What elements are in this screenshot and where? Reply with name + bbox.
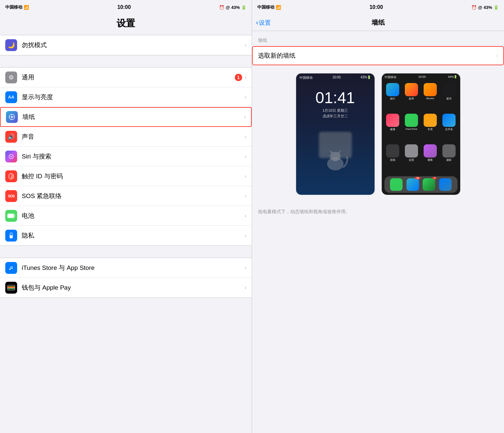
general-label: 通用 (22, 73, 235, 82)
section-gap-3 (0, 298, 252, 310)
carrier-left: 中国移动 (5, 4, 22, 10)
settings-item-sound[interactable]: 🔊 声音 › (0, 127, 252, 147)
right-panel: 中国移动 📶 10:00 ⏰ @ 43% 🔋 ‹ 设置 墙纸 墙纸 选取新的墙纸… (252, 0, 504, 433)
left-status-left: 中国移动 📶 (5, 4, 29, 10)
settings-icon-img (405, 144, 418, 158)
settings-item-wallpaper[interactable]: 墙纸 › (0, 107, 252, 127)
files-icon-img (442, 114, 456, 127)
lock-battery: 43%🔋 (360, 75, 371, 80)
display-label: 显示与亮度 (22, 93, 245, 101)
lock-time-display: 01:41 (315, 89, 355, 107)
general-badge: 1 (235, 74, 242, 81)
svg-point-1 (11, 116, 13, 118)
siri-icon (5, 151, 17, 162)
lock-screen-preview[interactable]: 中国移动 10:00 43%🔋 01:41 1月10日 星期三 戊戌年三月廿二 (296, 73, 375, 195)
wallet-label: 钱包与 Apple Pay (22, 283, 245, 292)
touchid-icon (5, 170, 17, 182)
display-icon: AA (5, 91, 17, 103)
lock-screen-mock: 中国移动 10:00 43%🔋 01:41 1月10日 星期三 戊戌年三月廿二 (296, 73, 375, 195)
settings-item-touchid[interactable]: 触控 ID 与密码 › (0, 166, 252, 186)
files-label: 文件夹 (445, 128, 453, 131)
app-game: 游戏 (384, 144, 401, 173)
left-panel: 中国移动 📶 10:00 ⏰ @ 43% 🔋 设置 🌙 勿扰模式 › ⚙ (0, 0, 252, 433)
camera-icon-img (442, 144, 456, 158)
home-battery: 43%🔋 (448, 75, 457, 79)
settings-item-display[interactable]: AA 显示与亮度 › (0, 87, 252, 107)
sos-icon: SOS (5, 190, 17, 202)
sos-chevron: › (245, 193, 246, 199)
message-badge: 70 (415, 177, 420, 179)
game-label: 游戏 (390, 158, 395, 162)
home-screen-preview[interactable]: 中国移动 10:00 43%🔋 旅行 效率 (381, 73, 461, 195)
settings-small-label: 设置 (409, 158, 414, 162)
itunes-label: iTunes Store 与 App Store (22, 264, 245, 272)
effect-icon-img (405, 83, 418, 96)
stocks-label: 股市 (446, 97, 452, 101)
settings-item-general[interactable]: ⚙ 通用 1 › (0, 68, 252, 87)
section-stores: iTunes Store 与 App Store › 钱包与 Apple Pay… (0, 258, 252, 298)
general-icon: ⚙ (5, 72, 17, 83)
alarm-icon: ⏰ (219, 5, 224, 10)
battery-pct-left: 43% (231, 5, 240, 10)
right-nav-title: 墙纸 (372, 18, 385, 27)
app-ibooks: iBooks (422, 83, 439, 112)
right-status-left: 中国移动 📶 (257, 4, 281, 10)
left-time: 10:00 (117, 4, 131, 10)
section-gap-2 (0, 246, 252, 258)
settings-item-sos[interactable]: SOS SOS 紧急联络 › (0, 186, 252, 206)
wechat-dock-icon: 7 (423, 178, 435, 191)
privacy-icon (5, 230, 17, 242)
wallpaper-label: 墙纸 (22, 113, 244, 121)
dnd-label: 勿扰模式 (22, 41, 245, 49)
safari-dock-icon (439, 178, 452, 191)
battery-label: 电池 (22, 212, 245, 220)
right-time: 10:00 (370, 4, 383, 10)
left-title: 设置 (0, 14, 252, 35)
svg-rect-10 (8, 214, 14, 217)
cat-silhouette-svg (321, 147, 350, 174)
app-health: 健康 (384, 114, 401, 142)
battery-chevron: › (245, 213, 246, 219)
wallet-chevron: › (245, 285, 246, 291)
left-status-right: ⏰ @ 43% 🔋 (219, 5, 246, 10)
podcast-label: 播客 (428, 158, 433, 162)
svg-rect-9 (14, 215, 15, 217)
wallpaper-icon (6, 111, 18, 123)
facetime-label: FaceTime (406, 128, 417, 130)
settings-item-battery[interactable]: 电池 › (0, 206, 252, 226)
battery-icon-right: 🔋 (493, 5, 499, 10)
pick-wallpaper-row[interactable]: 选取新的墙纸 › (252, 46, 504, 65)
settings-item-siri[interactable]: Siri 与搜索 › (0, 147, 252, 166)
app-effect: 效率 (403, 83, 420, 112)
app-files: 文件夹 (441, 114, 458, 142)
location-icon: @ (226, 5, 230, 10)
svg-point-17 (330, 152, 341, 161)
right-nav-bar: ‹ 设置 墙纸 (252, 14, 504, 31)
facetime-icon-img (405, 114, 418, 127)
back-button[interactable]: ‹ 设置 (256, 18, 271, 27)
health-icon-img (386, 114, 399, 127)
right-status-bar: 中国移动 📶 10:00 ⏰ @ 43% 🔋 (252, 0, 504, 14)
settings-item-itunes[interactable]: iTunes Store 与 App Store › (0, 258, 252, 278)
app-stocks: 股市 (441, 83, 458, 112)
settings-item-wallet[interactable]: 钱包与 Apple Pay › (0, 278, 252, 298)
sos-label: SOS 紧急联络 (22, 192, 245, 200)
game-icon-img (386, 144, 399, 158)
svg-marker-19 (338, 150, 341, 153)
garage-icon-img (424, 114, 437, 127)
siri-label: Siri 与搜索 (22, 152, 245, 161)
settings-item-privacy[interactable]: 隐私 › (0, 226, 252, 245)
privacy-label: 隐私 (22, 231, 245, 240)
app-travel: 旅行 (384, 83, 401, 112)
travel-label: 旅行 (390, 97, 395, 101)
app-settings: 设置 (403, 144, 420, 173)
section-main: ⚙ 通用 1 › AA 显示与亮度 › (0, 67, 252, 246)
right-content: 墙纸 选取新的墙纸 › 中国移动 10:00 43%🔋 01:41 1月10日 … (252, 31, 504, 433)
dnd-icon: 🌙 (5, 39, 17, 51)
ibooks-icon-img (424, 83, 437, 96)
itunes-icon (5, 262, 17, 274)
svg-marker-18 (330, 150, 333, 153)
phone-dock-icon (390, 178, 403, 191)
left-status-bar: 中国移动 📶 10:00 ⏰ @ 43% 🔋 (0, 0, 252, 14)
settings-item-dnd[interactable]: 🌙 勿扰模式 › (0, 35, 252, 55)
